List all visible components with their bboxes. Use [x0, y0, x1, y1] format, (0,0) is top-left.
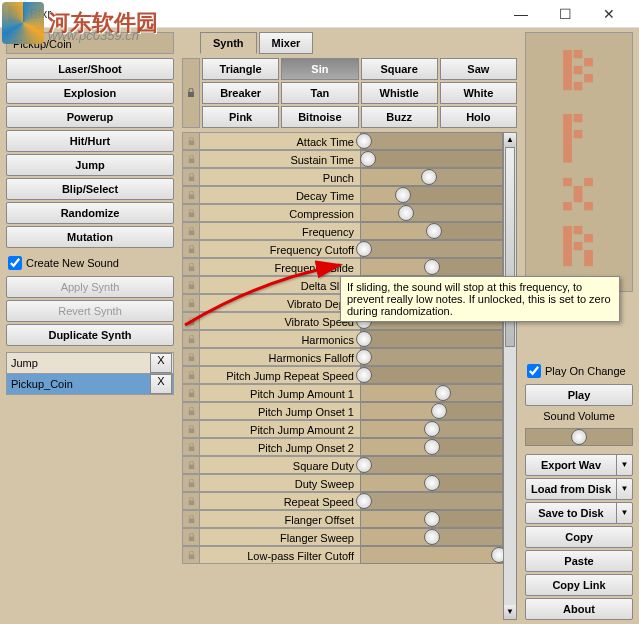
wave-sin[interactable]: Sin [281, 58, 358, 80]
slider-thumb[interactable] [356, 457, 372, 473]
play-on-change-input[interactable] [527, 364, 541, 378]
slider-thumb[interactable] [360, 151, 376, 167]
slider-thumb[interactable] [356, 349, 372, 365]
param-slider[interactable] [360, 258, 503, 276]
param-slider[interactable] [360, 132, 503, 150]
generator-lasershoot[interactable]: Laser/Shoot [6, 58, 174, 80]
lock-icon[interactable] [182, 528, 200, 546]
lock-icon[interactable] [182, 240, 200, 258]
param-slider[interactable] [360, 546, 503, 564]
paste-button[interactable]: Paste [525, 550, 633, 572]
slider-thumb[interactable] [398, 205, 414, 221]
slider-thumb[interactable] [356, 133, 372, 149]
slider-thumb[interactable] [356, 331, 372, 347]
generator-hithurt[interactable]: Hit/Hurt [6, 130, 174, 152]
slider-thumb[interactable] [356, 367, 372, 383]
volume-thumb[interactable] [571, 429, 587, 445]
copy-link-button[interactable]: Copy Link [525, 574, 633, 596]
tab-synth[interactable]: Synth [200, 32, 257, 54]
lock-icon[interactable] [182, 312, 200, 330]
lock-icon[interactable] [182, 438, 200, 456]
lock-icon[interactable] [182, 294, 200, 312]
wave-white[interactable]: White [440, 82, 517, 104]
lock-icon[interactable] [182, 366, 200, 384]
param-slider[interactable] [360, 384, 503, 402]
slider-thumb[interactable] [395, 187, 411, 203]
lock-icon[interactable] [182, 150, 200, 168]
waveform-lock[interactable] [182, 58, 200, 128]
slider-thumb[interactable] [356, 241, 372, 257]
apply-synth-button[interactable]: Apply Synth [6, 276, 174, 298]
wave-pink[interactable]: Pink [202, 106, 279, 128]
lock-icon[interactable] [182, 186, 200, 204]
lock-icon[interactable] [182, 402, 200, 420]
maximize-button[interactable]: ☐ [543, 0, 587, 28]
create-new-sound-checkbox[interactable]: Create New Sound [6, 252, 174, 274]
wave-tan[interactable]: Tan [281, 82, 358, 104]
play-button[interactable]: Play [525, 384, 633, 406]
wave-whistle[interactable]: Whistle [361, 82, 438, 104]
save-dropdown-icon[interactable]: ▼ [616, 503, 632, 523]
about-button[interactable]: About [525, 598, 633, 620]
wave-saw[interactable]: Saw [440, 58, 517, 80]
param-slider[interactable] [360, 420, 503, 438]
scroll-down-arrow[interactable]: ▼ [504, 605, 516, 619]
lock-icon[interactable] [182, 168, 200, 186]
slider-thumb[interactable] [426, 223, 442, 239]
wave-buzz[interactable]: Buzz [361, 106, 438, 128]
minimize-button[interactable]: — [499, 0, 543, 28]
param-slider[interactable] [360, 222, 503, 240]
slider-thumb[interactable] [424, 259, 440, 275]
param-slider[interactable] [360, 438, 503, 456]
wave-breaker[interactable]: Breaker [202, 82, 279, 104]
param-slider[interactable] [360, 240, 503, 258]
param-slider[interactable] [360, 204, 503, 222]
tab-mixer[interactable]: Mixer [259, 32, 314, 54]
lock-icon[interactable] [182, 510, 200, 528]
delete-sound-button[interactable]: X [150, 353, 172, 373]
wave-triangle[interactable]: Triangle [202, 58, 279, 80]
param-scrollbar[interactable]: ▲ ▼ [503, 132, 517, 620]
lock-icon[interactable] [182, 384, 200, 402]
lock-icon[interactable] [182, 258, 200, 276]
slider-thumb[interactable] [421, 169, 437, 185]
slider-thumb[interactable] [424, 529, 440, 545]
save-to-disk-button[interactable]: Save to Disk▼ [525, 502, 633, 524]
slider-thumb[interactable] [356, 493, 372, 509]
generator-powerup[interactable]: Powerup [6, 106, 174, 128]
load-dropdown-icon[interactable]: ▼ [616, 479, 632, 499]
duplicate-synth-button[interactable]: Duplicate Synth [6, 324, 174, 346]
close-button[interactable]: ✕ [587, 0, 631, 28]
param-slider[interactable] [360, 528, 503, 546]
slider-thumb[interactable] [431, 403, 447, 419]
generator-randomize[interactable]: Randomize [6, 202, 174, 224]
lock-icon[interactable] [182, 132, 200, 150]
lock-icon[interactable] [182, 276, 200, 294]
play-on-change-checkbox[interactable]: Play On Change [525, 360, 633, 382]
param-slider[interactable] [360, 348, 503, 366]
sound-row[interactable]: Pickup_CoinX [6, 373, 174, 395]
generator-jump[interactable]: Jump [6, 154, 174, 176]
lock-icon[interactable] [182, 474, 200, 492]
sound-row[interactable]: JumpX [6, 352, 174, 374]
generator-explosion[interactable]: Explosion [6, 82, 174, 104]
revert-synth-button[interactable]: Revert Synth [6, 300, 174, 322]
load-from-disk-button[interactable]: Load from Disk▼ [525, 478, 633, 500]
wave-bitnoise[interactable]: Bitnoise [281, 106, 358, 128]
lock-icon[interactable] [182, 222, 200, 240]
lock-icon[interactable] [182, 456, 200, 474]
slider-thumb[interactable] [424, 475, 440, 491]
export-dropdown-icon[interactable]: ▼ [616, 455, 632, 475]
lock-icon[interactable] [182, 420, 200, 438]
param-slider[interactable] [360, 150, 503, 168]
param-slider[interactable] [360, 330, 503, 348]
param-slider[interactable] [360, 186, 503, 204]
lock-icon[interactable] [182, 204, 200, 222]
copy-button[interactable]: Copy [525, 526, 633, 548]
volume-slider[interactable] [525, 428, 633, 446]
delete-sound-button[interactable]: X [150, 374, 172, 394]
scroll-up-arrow[interactable]: ▲ [504, 133, 516, 147]
lock-icon[interactable] [182, 348, 200, 366]
param-slider[interactable] [360, 474, 503, 492]
wave-holo[interactable]: Holo [440, 106, 517, 128]
